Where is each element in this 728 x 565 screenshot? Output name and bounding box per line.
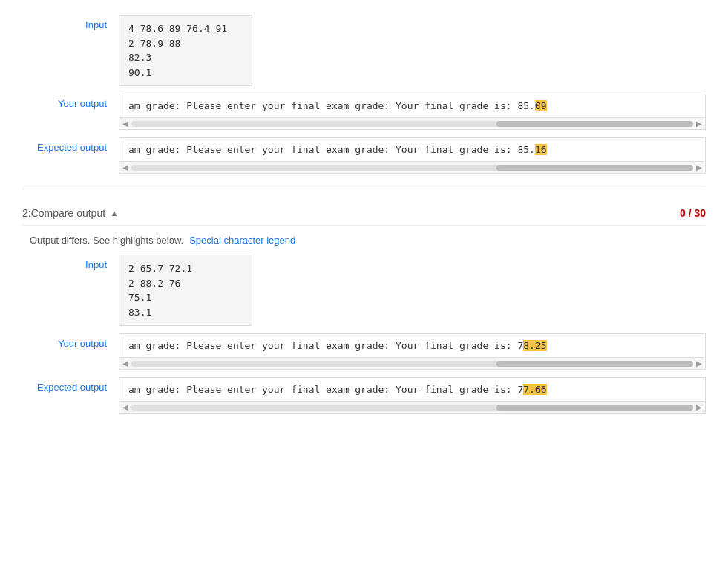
- score-badge-2: 0 / 30: [680, 207, 706, 219]
- scroll-right-arrow-2[interactable]: ▶: [696, 359, 702, 368]
- section-title-text-2: 2:Compare output: [22, 207, 105, 219]
- expected-output-content-2: am grade: Please enter your final exam g…: [119, 377, 706, 414]
- expected-output-box-1[interactable]: am grade: Please enter your final exam g…: [119, 137, 706, 174]
- your-output-box-1[interactable]: am grade: Please enter your final exam g…: [119, 94, 706, 130]
- input-label-2: Input: [22, 255, 119, 270]
- section-title-2[interactable]: 2:Compare output ▲: [22, 207, 119, 219]
- expected-output-label-2: Expected output: [22, 377, 119, 393]
- your-output-scrollbar-1[interactable]: ◀ ▶: [119, 117, 705, 129]
- your-output-text-1: am grade: Please enter your final exam g…: [119, 94, 705, 117]
- scrollbar-thumb-1: [496, 121, 693, 127]
- expected-output-highlight-2: 7.66: [523, 384, 546, 395]
- expected-output-label-1: Expected output: [22, 137, 119, 153]
- scroll-left-arrow-exp-2[interactable]: ◀: [122, 403, 128, 411]
- page-container: Input 4 78.6 89 76.4 91 2 78.9 88 82.3 9…: [0, 0, 728, 443]
- input-row-1: Input 4 78.6 89 76.4 91 2 78.9 88 82.3 9…: [22, 15, 706, 86]
- expected-output-row-1: Expected output am grade: Please enter y…: [22, 137, 706, 174]
- scrollbar-thumb-exp-1: [496, 165, 693, 171]
- scroll-right-arrow-exp-1[interactable]: ▶: [696, 163, 702, 172]
- your-output-row-1: Your output am grade: Please enter your …: [22, 94, 706, 130]
- scrollbar-track-2: [131, 361, 693, 367]
- chevron-up-icon-2: ▲: [110, 208, 119, 218]
- output-differs-text-2: Output differs. See highlights below.: [30, 235, 183, 246]
- scrollbar-thumb-2: [496, 361, 693, 367]
- your-output-row-2: Your output am grade: Please enter your …: [22, 333, 706, 370]
- your-output-label-1: Your output: [22, 94, 119, 109]
- your-output-highlight-1: 09: [535, 100, 547, 111]
- expected-output-scrollbar-1[interactable]: ◀ ▶: [119, 161, 705, 173]
- test-case-1: Input 4 78.6 89 76.4 91 2 78.9 88 82.3 9…: [22, 15, 706, 174]
- input-row-2: Input 2 65.7 72.1 2 88.2 76 75.1 83.1: [22, 255, 706, 326]
- divider-1: [22, 189, 706, 189]
- your-output-content-2: am grade: Please enter your final exam g…: [119, 333, 706, 370]
- expected-output-row-2: Expected output am grade: Please enter y…: [22, 377, 706, 414]
- test-case-2: 2:Compare output ▲ 0 / 30 Output differs…: [22, 201, 706, 414]
- input-box-2: 2 65.7 72.1 2 88.2 76 75.1 83.1: [119, 255, 252, 326]
- input-label-1: Input: [22, 15, 119, 30]
- scroll-right-arrow-exp-2[interactable]: ▶: [696, 403, 702, 411]
- output-differs-notice-2: Output differs. See highlights below. Sp…: [22, 235, 706, 246]
- input-content-1: 4 78.6 89 76.4 91 2 78.9 88 82.3 90.1: [119, 15, 706, 86]
- input-box-1: 4 78.6 89 76.4 91 2 78.9 88 82.3 90.1: [119, 15, 252, 86]
- expected-output-text-2: am grade: Please enter your final exam g…: [119, 378, 705, 401]
- expected-output-content-1: am grade: Please enter your final exam g…: [119, 137, 706, 174]
- scrollbar-track-1: [131, 121, 693, 127]
- input-content-2: 2 65.7 72.1 2 88.2 76 75.1 83.1: [119, 255, 706, 326]
- expected-output-scrollbar-2[interactable]: ◀ ▶: [119, 401, 705, 413]
- expected-output-box-2[interactable]: am grade: Please enter your final exam g…: [119, 377, 706, 414]
- scrollbar-thumb-exp-2: [496, 405, 693, 411]
- expected-output-highlight-1: 16: [535, 144, 547, 155]
- your-output-content-1: am grade: Please enter your final exam g…: [119, 94, 706, 130]
- your-output-box-2[interactable]: am grade: Please enter your final exam g…: [119, 333, 706, 370]
- scroll-left-arrow-1[interactable]: ◀: [122, 120, 128, 128]
- scrollbar-track-exp-2: [131, 405, 693, 411]
- your-output-text-2: am grade: Please enter your final exam g…: [119, 334, 705, 357]
- your-output-scrollbar-2[interactable]: ◀ ▶: [119, 357, 705, 369]
- expected-output-text-1: am grade: Please enter your final exam g…: [119, 138, 705, 161]
- special-char-legend-link-2[interactable]: Special character legend: [189, 235, 295, 246]
- scroll-left-arrow-2[interactable]: ◀: [122, 359, 128, 368]
- your-output-highlight-2: 8.25: [523, 340, 546, 351]
- scroll-right-arrow-1[interactable]: ▶: [696, 120, 702, 128]
- your-output-label-2: Your output: [22, 333, 119, 349]
- scrollbar-track-exp-1: [131, 165, 693, 171]
- scroll-left-arrow-exp-1[interactable]: ◀: [122, 163, 128, 172]
- section-header-2: 2:Compare output ▲ 0 / 30: [22, 201, 706, 226]
